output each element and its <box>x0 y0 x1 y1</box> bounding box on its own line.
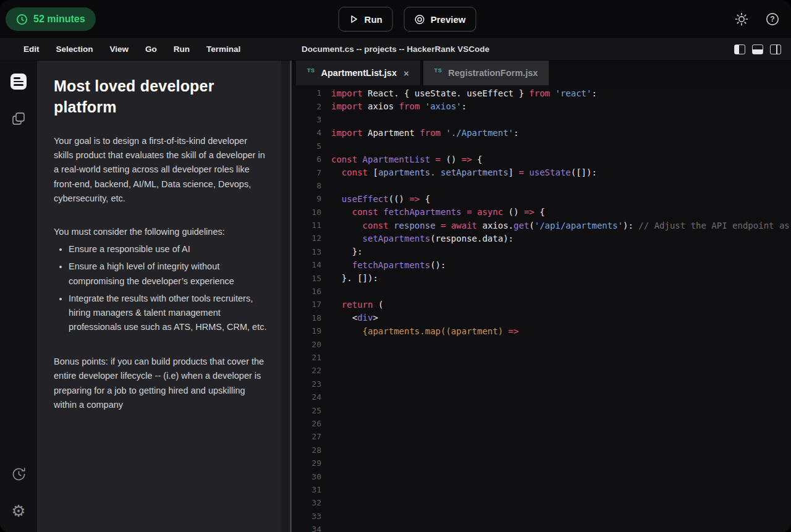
code-line[interactable]: 18 <div> <box>292 311 791 324</box>
main-area: ⚙ Most loved developer platform Your goa… <box>0 61 791 532</box>
code-text: }: <box>331 247 791 256</box>
timer-label: 52 minutes <box>33 14 85 25</box>
code-text: const ApartmentList = () => { <box>331 154 791 164</box>
line-number: 24 <box>292 392 331 402</box>
code-line[interactable]: 9 useEffect(() => { <box>292 192 791 205</box>
toggle-left-panel-icon[interactable] <box>734 44 745 54</box>
problem-description-panel: Most loved developer platform Your goal … <box>37 61 281 532</box>
code-line[interactable]: 3 <box>292 113 791 126</box>
line-number: 33 <box>292 512 331 521</box>
code-text: }. []): <box>331 273 791 283</box>
tab-ApartmentList.jsx[interactable]: TSApartmentList.jsx× <box>296 61 420 85</box>
code-line[interactable]: 29 <box>292 457 791 470</box>
top-bar: 52 minutes Run Preview <box>0 0 791 38</box>
code-line[interactable]: 8 <box>292 179 791 192</box>
code-line[interactable]: 5 <box>292 140 791 153</box>
code-line[interactable]: 12 setApartments(response.data): <box>292 232 791 245</box>
code-line[interactable]: 6const ApartmentList = () => { <box>292 153 791 166</box>
code-line[interactable]: 34 <box>292 523 791 532</box>
guideline-item: Ensure a high level of integrity without… <box>69 260 269 288</box>
menu-item-run[interactable]: Run <box>174 44 190 54</box>
preview-icon <box>415 14 425 25</box>
code-line[interactable]: 16 <box>292 285 791 298</box>
code-line[interactable]: 22 <box>292 364 791 377</box>
intro-paragraph: Your goal is to design a first-of-its-ki… <box>54 134 269 206</box>
code-text: fetchApartments(): <box>331 260 791 270</box>
code-line[interactable]: 10 const fetchApartments = async () => { <box>292 206 791 219</box>
code-text: return ( <box>331 300 791 310</box>
help-icon[interactable]: ? <box>765 12 780 27</box>
menu-item-selection[interactable]: Selection <box>56 44 93 54</box>
history-icon[interactable] <box>9 464 28 484</box>
line-number: 8 <box>292 181 331 190</box>
code-line[interactable]: 2import axios from 'axios': <box>292 99 791 112</box>
code-line[interactable]: 24 <box>292 391 791 403</box>
code-area[interactable]: 1import React. { useState. useEffect } f… <box>292 85 791 532</box>
guideline-item: Ensure a responsible use of AI <box>69 242 269 256</box>
copy-icon <box>11 111 27 127</box>
page-title: Most loved developer platform <box>54 75 269 117</box>
code-text: const [apartments. setApartments] = useS… <box>331 167 791 177</box>
code-line[interactable]: 27 <box>292 430 791 443</box>
menu-item-view[interactable]: View <box>110 44 129 54</box>
run-button[interactable]: Run <box>339 7 393 32</box>
code-line[interactable]: 4import Apartment from './Apartment': <box>292 126 791 139</box>
code-line[interactable]: 13 }: <box>292 245 791 258</box>
line-number: 21 <box>292 353 331 362</box>
line-number: 2 <box>292 102 331 111</box>
toggle-right-panel-icon[interactable] <box>770 44 781 54</box>
toggle-bottom-panel-icon[interactable] <box>752 44 763 54</box>
line-number: 20 <box>292 340 331 349</box>
code-line[interactable]: 25 <box>292 403 791 416</box>
preview-label: Preview <box>431 14 466 25</box>
line-number: 31 <box>292 485 331 494</box>
code-line[interactable]: 17 return ( <box>292 298 791 311</box>
line-number: 17 <box>292 300 331 309</box>
code-line[interactable]: 31 <box>292 483 791 496</box>
code-line[interactable]: 1import React. { useState. useEffect } f… <box>292 87 791 99</box>
code-line[interactable]: 33 <box>292 510 791 523</box>
app-window: 52 minutes Run Preview <box>0 0 791 532</box>
tab-label: RegistrationForm.jsx <box>448 68 538 78</box>
code-line[interactable]: 20 <box>292 337 791 350</box>
line-number: 29 <box>292 458 331 468</box>
line-number: 28 <box>292 445 331 455</box>
line-number: 3 <box>292 115 331 124</box>
code-line[interactable]: 30 <box>292 470 791 483</box>
code-line[interactable]: 19 {apartments.map((apartment) => <box>292 324 791 337</box>
files-tab-icon[interactable] <box>9 109 28 129</box>
code-line[interactable]: 14 fetchApartments(): <box>292 258 791 271</box>
tab-RegistrationForm.jsx[interactable]: TSRegistrationForm.jsx <box>423 61 549 85</box>
menu-item-edit[interactable]: Edit <box>23 44 40 54</box>
line-number: 26 <box>292 419 331 428</box>
code-editor: TSApartmentList.jsx×TSRegistrationForm.j… <box>292 61 791 532</box>
settings-icon[interactable]: ⚙ <box>9 501 28 521</box>
code-line[interactable]: 7 const [apartments. setApartments] = us… <box>292 166 791 179</box>
code-line[interactable]: 15 }. []): <box>292 271 791 284</box>
code-text: const response = await axios.get('/api/a… <box>331 221 791 230</box>
code-line[interactable]: 23 <box>292 378 791 391</box>
menu-item-terminal[interactable]: Terminal <box>206 44 240 54</box>
code-text: const fetchApartments = async () => { <box>331 207 791 217</box>
gear-icon: ⚙ <box>11 503 25 519</box>
light-mode-icon[interactable] <box>734 12 749 27</box>
code-line[interactable]: 28 <box>292 444 791 457</box>
tab-label: ApartmentList.jsx <box>321 68 397 78</box>
guideline-item: Integrate the results with other tools r… <box>69 292 269 335</box>
description-tab-icon[interactable] <box>9 72 28 91</box>
menu-item-go[interactable]: Go <box>145 44 157 54</box>
code-line[interactable]: 32 <box>292 496 791 509</box>
line-number: 15 <box>292 274 331 283</box>
code-line[interactable]: 21 <box>292 351 791 364</box>
panel-gap <box>281 61 290 532</box>
line-number: 6 <box>292 154 331 164</box>
guidelines-title: You must consider the following guidelin… <box>54 225 269 239</box>
code-line[interactable]: 11 const response = await axios.get('/ap… <box>292 219 791 232</box>
code-line[interactable]: 26 <box>292 417 791 430</box>
code-text: import Apartment from './Apartment': <box>331 128 791 138</box>
code-text: import React. { useState. useEffect } fr… <box>331 88 791 98</box>
close-icon[interactable]: × <box>404 69 409 78</box>
center-actions: Run Preview <box>339 7 476 32</box>
preview-button[interactable]: Preview <box>404 7 476 32</box>
layout-toggles <box>734 44 781 54</box>
